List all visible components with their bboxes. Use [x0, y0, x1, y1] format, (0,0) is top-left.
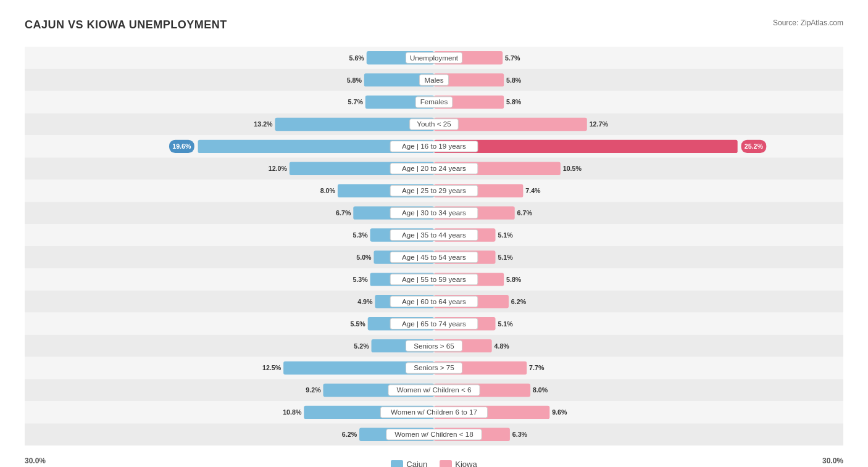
svg-text:Youth < 25: Youth < 25	[417, 120, 451, 128]
legend-kiowa-label: Kiowa	[455, 460, 477, 467]
svg-text:6.7%: 6.7%	[336, 209, 351, 217]
svg-text:Males: Males	[424, 76, 443, 84]
svg-text:Age | 65 to 74 years: Age | 65 to 74 years	[402, 320, 466, 328]
legend-kiowa-box	[440, 460, 452, 468]
legend-kiowa: Kiowa	[440, 460, 477, 467]
svg-text:Females: Females	[420, 97, 448, 105]
svg-text:25.2%: 25.2%	[745, 143, 764, 150]
svg-text:Seniors > 75: Seniors > 75	[414, 363, 454, 371]
svg-text:9.6%: 9.6%	[552, 408, 567, 416]
chart-title: CAJUN VS KIOWA UNEMPLOYMENT	[25, 19, 227, 31]
svg-text:Age | 35 to 44 years: Age | 35 to 44 years	[402, 231, 466, 239]
axis-left: 30.0%	[25, 457, 46, 467]
svg-text:7.4%: 7.4%	[525, 187, 541, 194]
svg-text:4.8%: 4.8%	[495, 342, 510, 350]
svg-text:Age | 16 to 19 years: Age | 16 to 19 years	[402, 142, 466, 150]
svg-text:19.6%: 19.6%	[172, 143, 191, 150]
chart-header: CAJUN VS KIOWA UNEMPLOYMENT Source: ZipA…	[25, 19, 843, 31]
axis-row: 30.0% Cajun Kiowa 30.0%	[25, 457, 843, 467]
bars-container: Unemployment5.6%5.7%Males5.8%5.8%Females…	[25, 41, 843, 452]
svg-text:Unemployment: Unemployment	[410, 54, 459, 62]
svg-text:5.6%: 5.6%	[349, 54, 365, 62]
svg-text:5.5%: 5.5%	[351, 320, 366, 328]
svg-text:Women w/ Children < 6: Women w/ Children < 6	[397, 386, 472, 394]
svg-text:Seniors > 65: Seniors > 65	[414, 342, 454, 350]
svg-text:Age | 25 to 29 years: Age | 25 to 29 years	[402, 186, 466, 194]
svg-text:6.2%: 6.2%	[511, 298, 527, 305]
svg-text:5.8%: 5.8%	[506, 276, 522, 283]
svg-text:Women w/ Children < 18: Women w/ Children < 18	[394, 430, 473, 438]
chart-svg: Unemployment5.6%5.7%Males5.8%5.8%Females…	[25, 41, 843, 452]
svg-text:9.2%: 9.2%	[306, 386, 321, 394]
svg-text:6.2%: 6.2%	[342, 431, 357, 438]
svg-text:Age | 60 to 64 years: Age | 60 to 64 years	[402, 297, 466, 305]
svg-text:8.0%: 8.0%	[533, 386, 548, 394]
legend-cajun-box	[391, 460, 403, 468]
svg-text:5.8%: 5.8%	[506, 76, 522, 84]
svg-text:5.1%: 5.1%	[498, 320, 513, 328]
svg-text:5.2%: 5.2%	[354, 342, 369, 350]
svg-text:Age | 45 to 54 years: Age | 45 to 54 years	[402, 253, 466, 261]
svg-text:13.2%: 13.2%	[254, 120, 273, 128]
svg-text:5.8%: 5.8%	[347, 76, 362, 84]
svg-text:5.3%: 5.3%	[353, 231, 368, 239]
svg-rect-30	[434, 140, 738, 153]
svg-text:Women w/ Children 6 to 17: Women w/ Children 6 to 17	[391, 408, 477, 416]
svg-text:6.3%: 6.3%	[512, 431, 528, 438]
svg-text:Age | 30 to 34 years: Age | 30 to 34 years	[402, 209, 466, 217]
svg-text:Age | 55 to 59 years: Age | 55 to 59 years	[402, 275, 466, 283]
svg-text:5.8%: 5.8%	[506, 98, 522, 105]
svg-text:4.9%: 4.9%	[357, 298, 373, 305]
svg-text:6.7%: 6.7%	[517, 209, 533, 217]
svg-text:10.5%: 10.5%	[563, 165, 582, 172]
svg-text:5.1%: 5.1%	[498, 254, 513, 261]
svg-text:5.7%: 5.7%	[505, 54, 520, 62]
svg-text:12.5%: 12.5%	[262, 364, 282, 371]
svg-text:10.8%: 10.8%	[283, 408, 302, 416]
svg-text:5.0%: 5.0%	[356, 254, 372, 261]
legend-cajun-label: Cajun	[406, 460, 427, 467]
svg-text:5.7%: 5.7%	[348, 98, 364, 105]
svg-text:8.0%: 8.0%	[320, 187, 336, 194]
axis-right: 30.0%	[822, 457, 843, 467]
svg-text:5.3%: 5.3%	[353, 276, 368, 283]
svg-text:12.0%: 12.0%	[269, 165, 288, 172]
legend-row: Cajun Kiowa	[391, 460, 477, 467]
chart-source: Source: ZipAtlas.com	[773, 19, 843, 27]
legend-cajun: Cajun	[391, 460, 427, 467]
svg-text:12.7%: 12.7%	[590, 120, 609, 128]
svg-text:5.1%: 5.1%	[498, 231, 513, 239]
chart-container: CAJUN VS KIOWA UNEMPLOYMENT Source: ZipA…	[12, 12, 856, 467]
svg-text:7.7%: 7.7%	[529, 364, 545, 371]
svg-text:Age | 20 to 24 years: Age | 20 to 24 years	[402, 164, 466, 172]
